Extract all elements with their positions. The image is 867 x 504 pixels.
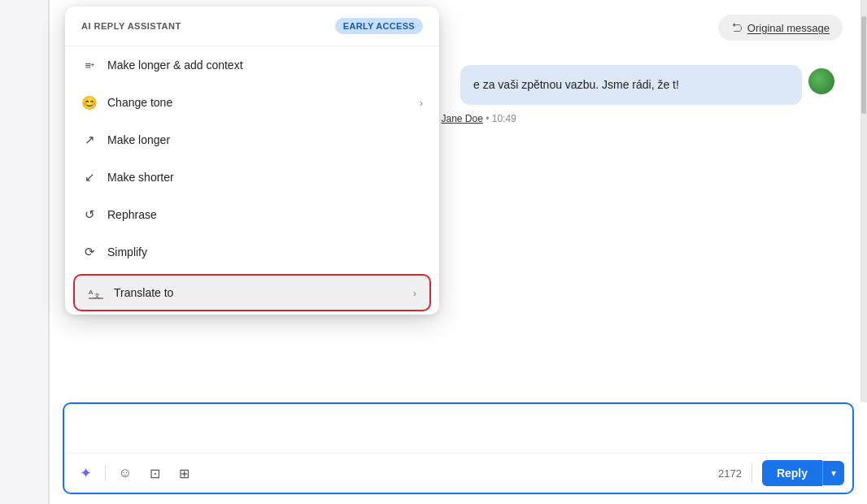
reply-area: ✦ ☺ ⊡ ⊞ 2172 Reply ▾: [63, 402, 854, 494]
menu-item-label: Change tone: [107, 96, 410, 109]
menu-item-make-shorter[interactable]: ↙ Make shorter: [65, 159, 439, 196]
message-text: e za vaši zpětnou vazbu. Jsme rádi, že t…: [473, 78, 679, 91]
toolbar-divider-2: [752, 463, 752, 483]
simplify-icon: ⟳: [81, 244, 98, 260]
menu-item-label: Make longer & add context: [107, 59, 423, 72]
original-message-label: Original message: [747, 22, 830, 34]
emoji-icon[interactable]: ☺: [112, 460, 138, 486]
rephrase-icon: ↺: [81, 206, 98, 223]
avatar: [808, 68, 834, 94]
translate-icon: A 文: [88, 285, 104, 301]
menu-item-label: Make longer: [107, 133, 423, 146]
menu-item-rephrase[interactable]: ↺ Rephrase: [65, 196, 439, 233]
original-message-button[interactable]: ⮌ Original message: [718, 15, 843, 41]
reply-dropdown-arrow[interactable]: ▾: [822, 461, 844, 485]
reply-arrow-icon: ⮌: [731, 21, 743, 34]
menu-item-change-tone[interactable]: 😊 Change tone ›: [65, 84, 439, 121]
scrollbar[interactable]: [860, 0, 867, 402]
scrollbar-thumb: [861, 16, 866, 114]
menu-item-label: Simplify: [107, 245, 423, 259]
ai-dropdown-menu: AI REPLY ASSISTANT EARLY ACCESS ≡+ Make …: [65, 7, 439, 315]
toolbar-divider-1: [105, 465, 106, 481]
timestamp: 10:49: [492, 113, 516, 124]
menu-item-make-longer-context[interactable]: ≡+ Make longer & add context: [65, 46, 439, 84]
menu-item-label: Make shorter: [107, 171, 423, 184]
make-shorter-icon: ↙: [81, 169, 98, 185]
reply-btn-group: Reply ▾: [762, 460, 844, 486]
template-icon[interactable]: ⊞: [171, 460, 197, 486]
chevron-right-icon: ›: [413, 287, 416, 299]
menu-item-translate-to[interactable]: A 文 Translate to ›: [73, 274, 431, 311]
author-link[interactable]: Jane Doe: [441, 113, 482, 124]
make-longer-icon: ↗: [81, 132, 98, 148]
chevron-right-icon: ›: [420, 97, 423, 109]
message-bubble: e za vaši zpětnou vazbu. Jsme rádi, že t…: [460, 65, 802, 105]
early-access-badge: EARLY ACCESS: [335, 18, 423, 34]
reply-toolbar: ✦ ☺ ⊡ ⊞ 2172 Reply ▾: [64, 453, 852, 493]
change-tone-icon: 😊: [81, 94, 98, 111]
reply-input[interactable]: [64, 404, 852, 453]
menu-item-label: Rephrase: [107, 208, 423, 221]
ai-header-title: AI REPLY ASSISTANT: [81, 21, 181, 31]
sidebar-strip: [0, 0, 49, 504]
ai-dropdown-header: AI REPLY ASSISTANT EARLY ACCESS: [65, 7, 439, 46]
svg-text:文: 文: [94, 293, 100, 298]
chevron-down-icon: ▾: [831, 467, 836, 479]
char-count: 2172: [718, 467, 742, 480]
svg-text:A: A: [89, 289, 94, 296]
menu-item-label: Translate to: [114, 286, 403, 299]
menu-item-make-longer[interactable]: ↗ Make longer: [65, 121, 439, 159]
image-icon[interactable]: ⊡: [142, 460, 168, 486]
menu-item-simplify[interactable]: ⟳ Simplify: [65, 233, 439, 271]
make-longer-context-icon: ≡+: [81, 57, 98, 73]
ai-sparkle-icon[interactable]: ✦: [72, 460, 98, 486]
reply-button[interactable]: Reply: [762, 460, 822, 486]
